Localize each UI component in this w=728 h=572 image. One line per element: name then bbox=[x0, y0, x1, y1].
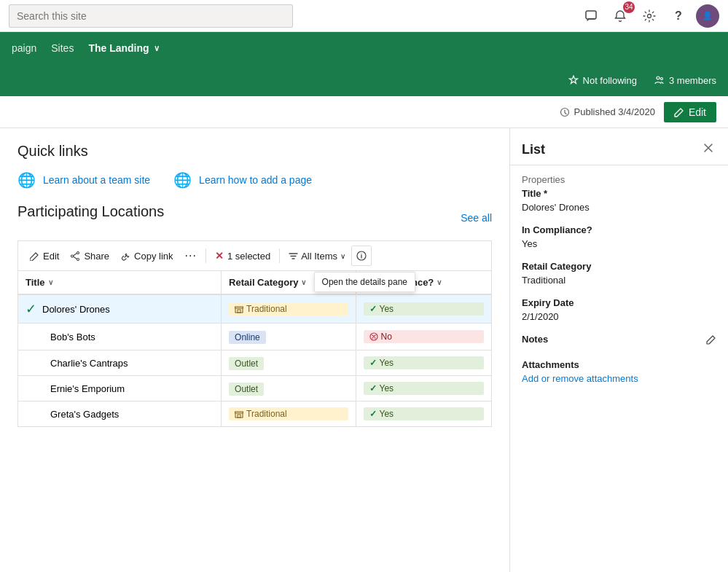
cell-title-1: ✓ Dolores' Drones ↗ ⋮ bbox=[18, 294, 222, 324]
chat-icon bbox=[584, 9, 598, 23]
row-more-button-2[interactable]: ⋮ bbox=[120, 329, 136, 344]
compliance-yes-5: ✓ Yes bbox=[364, 407, 484, 420]
nav-brand-label: The Landing bbox=[88, 42, 149, 54]
quick-link-label-1: Learn about a team site bbox=[43, 174, 150, 186]
properties-label: Properties bbox=[522, 174, 716, 185]
panel-field-title: Title * Dolores' Drones bbox=[522, 188, 716, 213]
toolbar-separator-1 bbox=[206, 248, 206, 263]
panel-field-compliance: In Compliance? Yes bbox=[522, 224, 716, 249]
row-title-2: Bob's Bots bbox=[50, 332, 95, 342]
nav-item-campaign[interactable]: paign bbox=[12, 42, 36, 54]
quick-link-item-add-page[interactable]: 🌐 Learn how to add a page bbox=[173, 171, 312, 189]
follow-button[interactable]: Not following bbox=[568, 75, 637, 86]
quick-link-item-team-site[interactable]: 🌐 Learn about a team site bbox=[17, 171, 150, 189]
edit-icon bbox=[674, 107, 684, 117]
all-items-label: All Items bbox=[301, 251, 337, 262]
toolbar-share-button[interactable]: Share bbox=[65, 248, 115, 265]
sub-nav: Published 3/4/2020 Edit bbox=[0, 96, 728, 128]
toolbar-more-button[interactable]: ··· bbox=[179, 246, 203, 265]
locations-table: Title ∨ Retail Category ∨ bbox=[17, 270, 492, 427]
svg-point-6 bbox=[77, 258, 79, 260]
table-row[interactable]: Greta's Gadgets Traditional bbox=[18, 401, 492, 427]
toolbar-copy-link-button[interactable]: Copy link bbox=[115, 248, 179, 265]
row-title-5: Greta's Gadgets bbox=[50, 409, 119, 420]
filter-icon bbox=[289, 251, 298, 261]
table-row[interactable]: Bob's Bots ↗ ⋮ Online bbox=[18, 324, 492, 350]
cell-compliance-5: ✓ Yes bbox=[356, 401, 491, 427]
pencil-icon bbox=[30, 251, 39, 261]
edit-label: Edit bbox=[689, 106, 706, 118]
panel-field-expiry-label: Expiry Date bbox=[522, 297, 716, 308]
see-all-link[interactable]: See all bbox=[461, 212, 492, 224]
table-row[interactable]: ✓ Dolores' Drones ↗ ⋮ bbox=[18, 294, 492, 324]
panel-header: List bbox=[510, 128, 728, 165]
open-details-tooltip: Open the details pane bbox=[314, 272, 415, 292]
toolbar-deselect-button[interactable]: ✕ 1 selected bbox=[209, 247, 276, 265]
locations-header: Participating Locations See all bbox=[17, 203, 492, 232]
quick-links-section: Quick links 🌐 Learn about a team site 🌐 … bbox=[0, 128, 509, 203]
help-icon-button[interactable]: ? bbox=[667, 4, 690, 28]
panel-field-retail-value: Traditional bbox=[522, 275, 716, 286]
notification-badge: 34 bbox=[623, 1, 635, 13]
all-items-button[interactable]: All Items ∨ bbox=[283, 248, 351, 265]
row-more-button-1[interactable]: ⋮ bbox=[135, 302, 151, 316]
row-title-3: Charlie's Cantraps bbox=[50, 358, 128, 369]
row-share-button-1[interactable]: ↗ bbox=[116, 302, 130, 316]
svg-rect-10 bbox=[238, 310, 240, 313]
row-title-1: Dolores' Drones bbox=[42, 304, 110, 315]
avatar[interactable]: 👤 bbox=[696, 4, 719, 28]
tag-traditional-5: Traditional bbox=[229, 407, 348, 420]
notes-pencil-icon bbox=[706, 334, 716, 345]
info-button[interactable] bbox=[351, 246, 372, 266]
info-icon bbox=[356, 251, 367, 261]
follow-bar: Not following 3 members bbox=[0, 64, 728, 96]
compliance-yes-3: ✓ Yes bbox=[364, 356, 484, 369]
panel-field-notes: Notes bbox=[522, 334, 716, 348]
toolbar-edit-label: Edit bbox=[43, 251, 59, 262]
panel-close-button[interactable] bbox=[700, 140, 716, 159]
table-header-row: Title ∨ Retail Category ∨ bbox=[18, 271, 492, 295]
settings-icon-button[interactable] bbox=[638, 4, 661, 28]
row-share-button-2[interactable]: ↗ bbox=[101, 329, 116, 344]
quick-links-title: Quick links bbox=[17, 143, 492, 160]
panel-field-title-value: Dolores' Drones bbox=[522, 202, 716, 213]
svg-point-5 bbox=[77, 251, 79, 254]
table-row[interactable]: Ernie's Emporium Outlet ✓ Yes bbox=[18, 376, 492, 401]
panel-field-compliance-value: Yes bbox=[522, 238, 716, 249]
star-icon bbox=[568, 75, 579, 85]
published-info: Published 3/4/2020 bbox=[560, 106, 655, 117]
notification-button[interactable]: 34 bbox=[608, 4, 632, 28]
toolbar-edit-button[interactable]: Edit bbox=[24, 248, 65, 265]
nav-brand-landing[interactable]: The Landing ∨ bbox=[88, 42, 159, 54]
tag-outlet-3: Outlet bbox=[229, 357, 264, 370]
members-button[interactable]: 3 members bbox=[654, 75, 716, 86]
nav-item-sites[interactable]: Sites bbox=[51, 42, 74, 54]
panel-notes-row: Notes bbox=[522, 334, 716, 348]
notes-edit-button[interactable] bbox=[706, 334, 716, 347]
edit-page-button[interactable]: Edit bbox=[664, 102, 716, 122]
panel-add-attachment[interactable]: Add or remove attachments bbox=[522, 373, 716, 384]
svg-point-9 bbox=[361, 253, 361, 254]
globe-icon-2: 🌐 bbox=[173, 171, 192, 189]
cell-retail-3: Outlet bbox=[222, 350, 356, 376]
share-icon bbox=[71, 251, 80, 261]
chat-icon-button[interactable] bbox=[579, 4, 603, 28]
cell-compliance-4: ✓ Yes bbox=[356, 376, 491, 401]
sort-icon-title: ∨ bbox=[48, 278, 53, 286]
nav-bar: paign Sites The Landing ∨ bbox=[0, 32, 728, 64]
nav-chevron-icon: ∨ bbox=[154, 44, 160, 53]
close-icon bbox=[703, 143, 713, 153]
panel-body: Properties Title * Dolores' Drones In Co… bbox=[510, 165, 728, 404]
cell-title-2: Bob's Bots ↗ ⋮ bbox=[18, 324, 222, 350]
check-icon-5: ✓ bbox=[369, 409, 377, 419]
search-input[interactable] bbox=[9, 4, 293, 28]
locations-title: Participating Locations bbox=[17, 203, 164, 220]
panel-field-attachments-label: Attachments bbox=[522, 359, 716, 370]
cell-title-5: Greta's Gadgets bbox=[18, 401, 222, 427]
cell-compliance-1: ✓ Yes bbox=[356, 294, 491, 324]
cell-title-3: Charlie's Cantraps bbox=[18, 350, 222, 376]
people-icon bbox=[654, 75, 665, 85]
svg-rect-12 bbox=[238, 415, 240, 418]
table-row[interactable]: Charlie's Cantraps Outlet ✓ Yes bbox=[18, 350, 492, 376]
panel-field-retail: Retail Category Traditional bbox=[522, 261, 716, 286]
